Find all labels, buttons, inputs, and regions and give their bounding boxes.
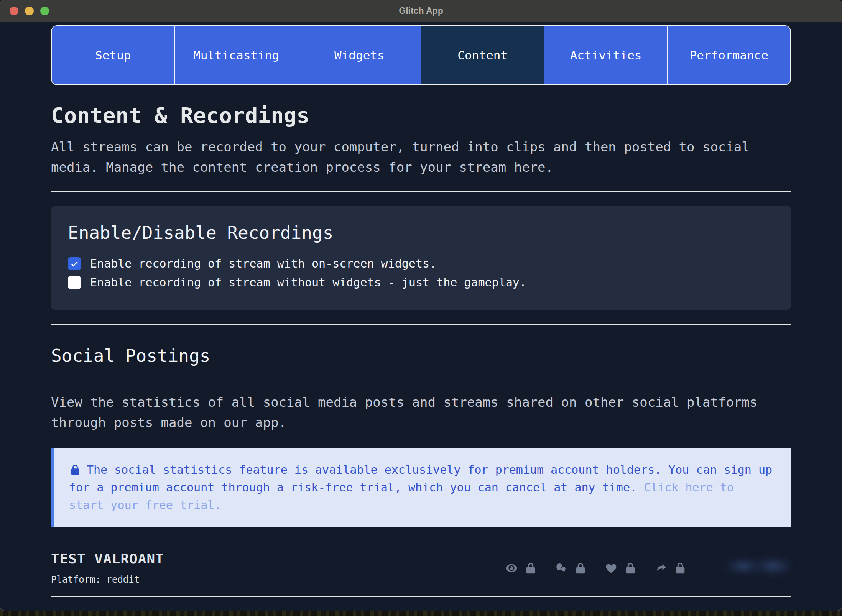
- post-platform: Platform: reddit: [51, 574, 164, 585]
- tab-widgets[interactable]: Widgets: [298, 26, 421, 84]
- app-window: Glitch App SetupMulticastingWidgetsConte…: [0, 0, 842, 611]
- window-title: Glitch App: [399, 6, 443, 16]
- recording-option: Enable recording of stream with on-scree…: [68, 257, 774, 270]
- social-postings-title: Social Postings: [51, 345, 791, 366]
- tab-performance[interactable]: Performance: [668, 26, 790, 84]
- zoom-window-button[interactable]: [40, 7, 49, 15]
- post-stats: [505, 555, 791, 581]
- traffic-lights: [10, 0, 49, 22]
- recording-options: Enable recording of stream with on-scree…: [68, 257, 774, 289]
- lock-icon: [674, 562, 687, 575]
- stat-group: [655, 562, 687, 575]
- lock-icon: [624, 562, 637, 575]
- page-title: Content & Recordings: [51, 103, 791, 128]
- comments-icon: [555, 562, 568, 575]
- tab-activities[interactable]: Activities: [544, 26, 668, 84]
- titlebar: Glitch App: [0, 0, 842, 22]
- post-title: TEST VALROANT: [51, 551, 164, 567]
- page-intro: All streams can be recorded to your comp…: [51, 137, 791, 177]
- premium-notice-text: The social statistics feature is availab…: [69, 461, 774, 514]
- heart-icon: [605, 562, 618, 575]
- checkbox-label: Enable recording of stream with on-scree…: [90, 257, 436, 270]
- checkbox-checked[interactable]: [68, 257, 81, 270]
- tab-setup[interactable]: Setup: [52, 26, 175, 84]
- main-content: SetupMulticastingWidgetsContentActivitie…: [0, 25, 842, 597]
- recordings-panel: Enable/Disable Recordings Enable recordi…: [51, 206, 791, 310]
- premium-notice-banner: The social statistics feature is availab…: [51, 448, 791, 527]
- section-divider: [51, 324, 791, 325]
- post-info: TEST VALROANT Platform: reddit: [51, 551, 164, 585]
- social-post-row: TEST VALROANT Platform: reddit: [51, 551, 791, 585]
- minimize-window-button[interactable]: [25, 7, 34, 15]
- checkbox-unchecked[interactable]: [68, 276, 81, 289]
- social-postings-description: View the statistics of all social media …: [51, 392, 791, 433]
- eye-icon: [505, 562, 518, 575]
- stat-group: [505, 562, 537, 575]
- lock-icon: [524, 562, 537, 575]
- section-divider: [51, 191, 791, 192]
- tab-multicasting[interactable]: Multicasting: [175, 26, 298, 84]
- share-icon: [655, 562, 668, 575]
- checkbox-label: Enable recording of stream without widge…: [90, 276, 526, 289]
- redacted-stat-blur: [723, 555, 791, 581]
- lock-icon: [574, 562, 587, 575]
- recording-option: Enable recording of stream without widge…: [68, 276, 774, 289]
- stat-group: [555, 562, 587, 575]
- lock-icon: [69, 463, 87, 476]
- recordings-panel-title: Enable/Disable Recordings: [68, 222, 774, 243]
- section-divider: [51, 596, 791, 597]
- tab-bar: SetupMulticastingWidgetsContentActivitie…: [51, 25, 791, 85]
- stat-icons: [505, 562, 687, 575]
- tab-content[interactable]: Content: [421, 26, 544, 84]
- stat-group: [605, 562, 637, 575]
- close-window-button[interactable]: [10, 7, 18, 15]
